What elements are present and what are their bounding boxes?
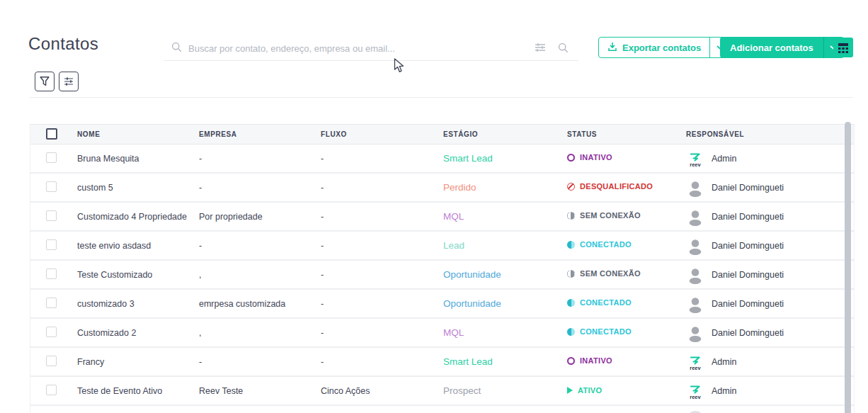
row-checkbox[interactable] (46, 181, 57, 192)
vertical-scrollbar-thumb[interactable] (845, 122, 851, 413)
page-title: Contatos (28, 34, 98, 54)
row-checkbox[interactable] (46, 356, 57, 366)
row-checkbox[interactable] (46, 327, 57, 337)
avatar (686, 237, 704, 255)
table-view-icon (838, 43, 849, 53)
table-row[interactable]: teste envio asdasd - - Lead CONECTADO Da… (30, 232, 854, 261)
stage-label: Prospect (443, 385, 481, 396)
cell-company: - (199, 183, 321, 193)
table-row[interactable]: Customizado 2 , - MQL CONECTADO Daniel D… (30, 319, 854, 348)
status-icon (567, 328, 575, 336)
cell-owner: Yohana (686, 411, 854, 413)
cell-owner: Daniel Domingueti (686, 208, 854, 226)
contacts-table-body: Bruna Mesquita - - Smart Lead INATIVO re… (30, 145, 854, 413)
status-badge: INATIVO (567, 153, 612, 162)
status-icon (567, 241, 575, 249)
row-checkbox[interactable] (46, 385, 57, 395)
person-avatar (686, 208, 704, 226)
status-badge: SEM CONEXÃO (567, 269, 641, 278)
person-avatar (686, 324, 704, 342)
stage-label: MQL (443, 211, 464, 222)
funnel-icon (38, 75, 51, 88)
sliders-icon (63, 77, 74, 86)
export-contacts-button[interactable]: Exportar contatos (598, 37, 731, 58)
table-row[interactable]: Teste de Evento Ativo Reev Teste Cinco A… (30, 377, 854, 406)
owner-name: Admin (712, 357, 736, 367)
cell-flow: - (321, 328, 443, 338)
table-row[interactable]: customizado 3 emrpesa customizada - Opor… (30, 290, 854, 319)
table-view-button[interactable] (833, 38, 853, 57)
owner-name: Daniel Domingueti (712, 328, 784, 338)
column-settings-button[interactable] (59, 72, 79, 91)
stage-label: Smart Lead (443, 356, 493, 367)
cell-contact-name: customizado 3 (77, 299, 199, 309)
table-row[interactable]: Francy - - Smart Lead INATIVO reev Admin (30, 348, 854, 377)
cell-status: ATIVO (567, 386, 686, 396)
status-badge: CONECTADO (567, 298, 632, 307)
avatar: reev (686, 382, 704, 400)
avatar: reev (686, 353, 704, 371)
cell-stage: Perdido (443, 182, 567, 193)
table-row[interactable]: Vinícius Mayrink - - Smart Lead INATIVO … (30, 406, 854, 413)
person-avatar (686, 179, 704, 197)
avatar (686, 266, 704, 284)
row-checkbox[interactable] (46, 152, 57, 163)
cell-owner: reev Admin (686, 382, 854, 400)
avatar (686, 411, 704, 413)
status-badge: ATIVO (567, 386, 602, 395)
status-icon (567, 387, 573, 394)
cell-contact-name: Customizado 4 Propriedade (77, 212, 199, 222)
row-checkbox[interactable] (46, 298, 57, 308)
owner-name: Daniel Domingueti (712, 270, 784, 280)
status-label: DESQUALIFICADO (580, 182, 653, 191)
row-checkbox[interactable] (46, 239, 57, 250)
status-icon (567, 212, 575, 220)
reev-logo-avatar: reev (686, 149, 704, 168)
cell-status: INATIVO (567, 356, 686, 367)
search-input[interactable] (187, 40, 501, 57)
cell-company: , (199, 270, 321, 280)
add-contacts-button[interactable]: Adicionar contatos (720, 37, 844, 58)
cell-contact-name: Teste de Evento Ativo (77, 386, 199, 396)
table-row[interactable]: Bruna Mesquita - - Smart Lead INATIVO re… (30, 145, 854, 174)
table-row[interactable]: Customizado 4 Propriedade Por propriedad… (30, 203, 854, 232)
status-badge: CONECTADO (567, 327, 632, 336)
table-row[interactable]: custom 5 - - Perdido DESQUALIFICADO Dani… (30, 174, 854, 203)
cell-stage: MQL (443, 327, 567, 338)
table-row[interactable]: Teste Customizado , - Oportunidade SEM C… (30, 261, 854, 290)
download-icon (607, 42, 617, 54)
row-checkbox[interactable] (46, 210, 57, 221)
cell-flow: - (321, 270, 443, 280)
cell-flow: - (321, 357, 443, 367)
select-all-checkbox[interactable] (46, 128, 57, 140)
column-header-fluxo: FLUXO (321, 130, 443, 138)
column-header-estagio: ESTÁGIO (443, 130, 567, 138)
cell-company: emrpesa customizada (199, 299, 321, 309)
cell-owner: Daniel Domingueti (686, 179, 854, 197)
status-icon (567, 299, 575, 307)
row-checkbox[interactable] (46, 268, 57, 279)
cell-owner: Daniel Domingueti (686, 266, 854, 284)
filter-button[interactable] (35, 72, 55, 91)
svg-text:reev: reev (690, 394, 701, 400)
cell-stage: Smart Lead (443, 153, 567, 164)
cell-owner: Daniel Domingueti (686, 324, 854, 342)
divider (30, 97, 853, 98)
search-submit-icon[interactable] (558, 43, 569, 56)
cell-stage: Smart Lead (443, 356, 567, 367)
avatar: reev (686, 149, 704, 168)
cell-company: - (199, 154, 321, 164)
stage-label: MQL (443, 327, 464, 338)
status-icon (567, 154, 575, 162)
cell-flow: - (321, 212, 443, 222)
cell-stage: Prospect (443, 385, 567, 396)
person-avatar (686, 266, 704, 284)
cell-contact-name: Teste Customizado (77, 270, 199, 280)
cell-contact-name: teste envio asdasd (77, 241, 199, 251)
cell-flow: Cinco Ações (321, 386, 443, 396)
owner-name: Daniel Domingueti (712, 241, 784, 251)
cell-contact-name: custom 5 (77, 183, 199, 193)
status-label: INATIVO (580, 356, 612, 365)
status-label: SEM CONEXÃO (580, 211, 641, 220)
advanced-filter-icon[interactable] (535, 43, 546, 55)
